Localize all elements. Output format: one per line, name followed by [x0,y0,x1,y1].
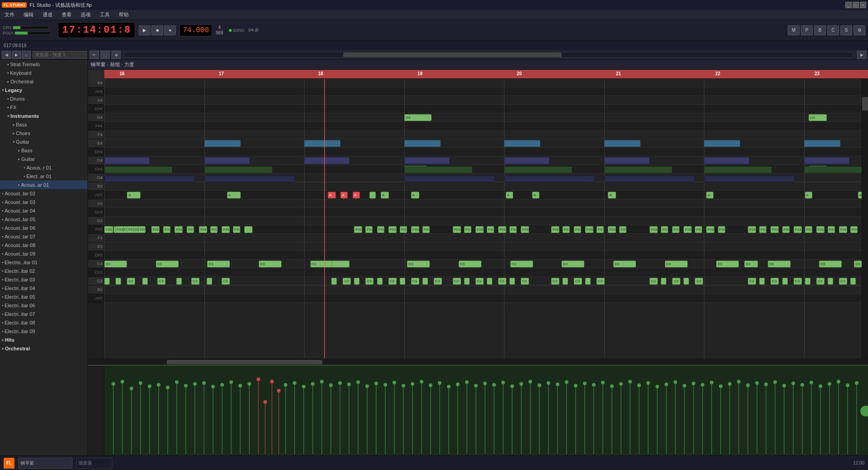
note[interactable]: C3 [434,278,442,285]
note[interactable]: C3 [839,278,847,285]
tool-draw[interactable]: ✏ [90,51,99,59]
sidebar-item-acoust09[interactable]: ▪ Acoust..tar 09 [0,249,87,258]
note[interactable]: F#3 [163,226,170,233]
menu-options[interactable]: 选项 [79,10,92,19]
playlist-button[interactable]: S [840,25,852,35]
key-gs4[interactable]: G#4 [88,105,104,113]
note[interactable]: D3 [665,261,688,267]
note[interactable] [504,166,572,173]
note[interactable]: A [127,192,141,199]
note[interactable] [369,192,376,199]
restore-button[interactable]: □ [853,2,859,8]
note[interactable] [805,278,810,285]
sidebar-item-legacy[interactable]: ▾ Legacy [0,86,87,94]
note[interactable]: A [858,192,862,199]
note[interactable] [204,140,241,147]
note[interactable]: F#3 [388,226,397,233]
note[interactable]: F#3 [365,226,373,233]
menu-tools[interactable]: 工具 [98,10,112,19]
note[interactable] [404,175,495,182]
note[interactable]: F#3 [585,226,593,233]
browser-button[interactable]: B [814,25,826,35]
note[interactable] [422,278,428,285]
note[interactable]: F#3 [816,226,824,233]
note-grid[interactable]: G4 G4 C4 C4 A A A A A A A [104,79,862,359]
note[interactable] [104,278,110,285]
note[interactable]: A [411,192,419,199]
sidebar-item-acoust02[interactable]: ▪ Acoust..tar 02 [0,189,87,198]
sidebar-item-acoust03[interactable]: ▪ Acoust..tar 03 [0,198,87,206]
note[interactable]: D3 [768,261,790,267]
note[interactable] [487,278,492,285]
key-as2[interactable]: A#2 [88,294,104,303]
note[interactable]: D3 [207,261,230,267]
sidebar-item-acoust06[interactable]: ▪ Acoust..tar 06 [0,223,87,232]
note[interactable] [804,157,849,164]
note[interactable]: C3 [596,278,605,285]
note[interactable] [759,278,765,285]
key-as4[interactable]: A#4 [88,87,104,96]
channel-rack-button[interactable]: C [827,25,839,35]
note[interactable] [704,157,749,164]
note[interactable] [404,140,441,147]
sidebar-item-acoust07[interactable]: ▪ Acoust..tar 07 [0,232,87,241]
note[interactable]: F#3 [619,226,626,233]
sidebar-item-electr02[interactable]: ▪ Electri..itar 02 [0,266,87,275]
note[interactable] [204,157,250,164]
note[interactable]: F#3 [151,226,160,233]
note[interactable] [604,175,695,182]
sidebar-item-electr05[interactable]: ▪ Electri..itar 05 [0,292,87,301]
note[interactable]: D3 [104,261,127,267]
note[interactable]: F#3 [695,226,702,233]
note[interactable]: D3 [716,261,739,267]
sidebar-item-orchestral2[interactable]: ▸ Orchestral [0,344,87,353]
note[interactable]: F#3 [187,226,194,233]
note[interactable] [604,140,640,147]
note[interactable]: F#3 [839,226,847,233]
note[interactable]: D3 [562,261,584,267]
sidebar-item-acoust08[interactable]: ▪ Acoust..tar 08 [0,241,87,249]
sidebar-item-acous-ar01[interactable]: ▪ Acous..ar 01 [0,180,87,189]
note[interactable]: F#3 [175,226,183,233]
note[interactable]: C3 [453,278,461,285]
note[interactable]: A [340,192,348,199]
sidebar-item-electr06[interactable]: ▪ Electri..itar 06 [0,301,87,310]
close-button[interactable]: × [860,2,866,8]
key-e4[interactable]: E4 [88,139,104,148]
note[interactable]: D3 [259,261,281,267]
note[interactable]: D3 [744,261,758,267]
note[interactable]: G4 [809,114,827,121]
sidebar-item-acoust05[interactable]: ▪ Acoust..tar 05 [0,215,87,223]
key-b3[interactable]: B3 [88,182,104,191]
note[interactable]: F#3 [650,226,658,233]
note[interactable]: F#3 [104,226,112,233]
stop-button[interactable]: ■ [151,25,163,35]
note[interactable]: D3 [854,261,862,267]
note[interactable] [782,278,788,285]
key-cs3[interactable]: C#3 [88,268,104,277]
key-ds4[interactable]: D#4 [88,148,104,156]
sidebar-item-keyboard[interactable]: ▪ Keyboard [0,68,87,77]
note[interactable]: C3 [816,278,824,285]
note[interactable] [354,278,359,285]
sidebar-item-electr01[interactable]: ▪ Electric..itar 01 [0,258,87,266]
note[interactable]: F#3 [400,226,407,233]
sidebar-item-strat-tremolo[interactable]: ▪ Strat Tremelo [0,60,87,68]
sidebar-item-electr07[interactable]: ▪ Electri..itar 07 [0,310,87,318]
note[interactable]: F#3 [850,226,858,233]
note[interactable]: C3 [388,278,397,285]
note[interactable]: C3 [127,278,135,285]
sidebar-home-btn[interactable]: ⌂ [22,51,31,59]
note[interactable]: C3 [551,278,559,285]
note[interactable]: C3 [748,278,756,285]
note[interactable]: F#3 [521,226,529,233]
vertical-scrollbar[interactable] [862,79,868,359]
note[interactable]: D3 [819,261,842,267]
taskbar-item-piano[interactable]: 钢琴窗 [18,458,73,469]
note[interactable]: F#3 [354,226,362,233]
note[interactable]: C3 [794,278,802,285]
scroll-right[interactable]: ▶ [857,51,866,59]
key-f3[interactable]: F3 [88,234,104,242]
sidebar-item-guitar[interactable]: ▾ Guitar [0,137,87,146]
note[interactable]: F#3 [509,226,517,233]
